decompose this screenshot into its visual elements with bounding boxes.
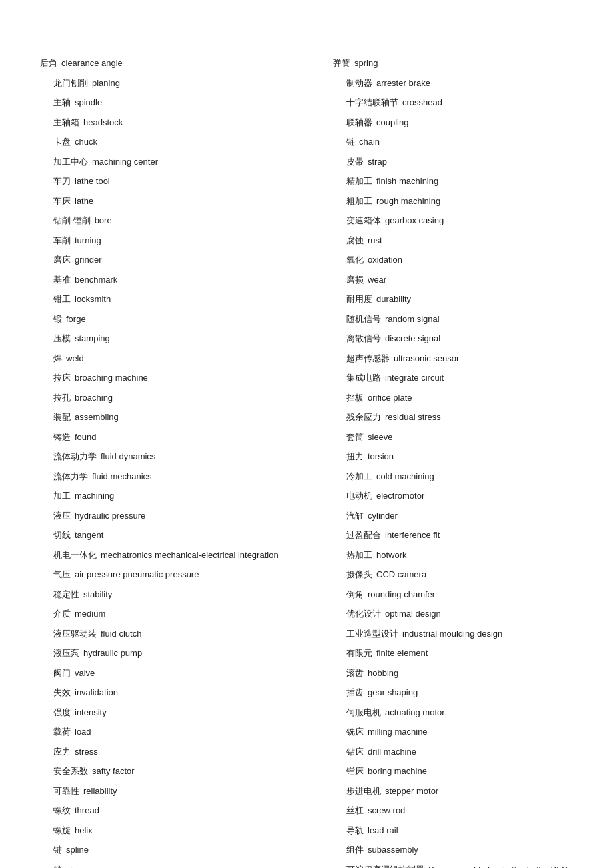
item-zh: 可靠性 [53, 785, 79, 798]
item-zh: 步进电机 [346, 785, 381, 798]
item-zh: 铸造 [53, 431, 71, 444]
item-en: helix [75, 824, 93, 837]
item-en: valve [75, 667, 95, 680]
list-item: 车削turning [53, 231, 280, 251]
list-item: 皮带strap [346, 152, 573, 172]
list-item: 龙门刨削planing [53, 73, 280, 93]
item-zh: 键 [53, 843, 62, 857]
item-zh: 氧化 [346, 253, 364, 267]
item-zh: 安全系数 [53, 765, 88, 778]
item-zh: 丝杠 [346, 804, 364, 817]
list-item: 滚齿hobbing [346, 663, 573, 683]
item-zh: 离散信号 [346, 332, 381, 345]
list-item: 组件subassembly [346, 840, 573, 860]
item-en: lead rail [368, 824, 398, 837]
item-zh: 基准 [53, 273, 71, 287]
list-item: 安全系数safty factor [53, 761, 280, 781]
item-zh: 伺服电机 [346, 706, 381, 719]
item-zh: 机电一体化 [53, 549, 97, 562]
list-item: 阀门valve [53, 663, 280, 683]
item-zh: 装配 [53, 411, 71, 424]
list-item: 机电一体化mechatronics mechanical-electrical … [53, 545, 280, 565]
item-en: stepper motor [385, 785, 438, 798]
item-en: sleeve [368, 431, 393, 444]
list-item: 插齿gear shaping [346, 683, 573, 703]
list-item: 十字结联轴节crosshead [346, 93, 573, 113]
list-item: 切线tangent [53, 525, 280, 545]
item-zh: 钻床 [346, 745, 364, 759]
list-item: 精加工finish machining [346, 171, 573, 191]
item-zh: 组件 [346, 843, 364, 857]
item-zh: 优化设计 [346, 607, 381, 621]
item-en: intensity [75, 706, 107, 719]
list-item: 液压驱动装fluid clutch [53, 624, 280, 644]
item-zh: 变速箱体 [346, 214, 381, 227]
item-zh: 扭力 [346, 450, 364, 463]
item-en: gearbox casing [385, 214, 444, 227]
list-item: 套筒sleeve [346, 427, 573, 447]
item-en: electromotor [376, 489, 424, 503]
item-zh: 集成电路 [346, 371, 381, 385]
item-zh: 磨损 [346, 273, 364, 287]
list-item: 伺服电机actuating motor [346, 703, 573, 723]
item-en: optimal design [385, 607, 441, 621]
item-zh: 锻 [53, 313, 62, 326]
list-item: 焊weld [53, 349, 280, 369]
item-en: lathe [75, 195, 93, 208]
item-en: fluid clutch [101, 627, 141, 641]
right-column: 弹簧spring制动器arrester brake十字结联轴节crosshead… [306, 53, 573, 868]
item-zh: 钻削 镗削 [53, 214, 91, 227]
item-en: cold machining [376, 470, 434, 483]
item-zh: 制动器 [346, 77, 372, 90]
item-en: planing [92, 77, 120, 90]
list-item: 丝杠screw rod [346, 801, 573, 821]
list-item: 强度intensity [53, 703, 280, 723]
item-zh: 切线 [53, 529, 71, 542]
item-en: rust [368, 234, 382, 247]
item-en: finish machining [376, 175, 438, 188]
item-en: clearance angle [61, 57, 123, 70]
item-zh: 粗加工 [346, 195, 372, 208]
item-en: lathe tool [75, 175, 110, 188]
list-item: 失效invalidation [53, 683, 280, 703]
item-zh: 腐蚀 [346, 234, 364, 247]
list-item: 基准benchmark [53, 270, 280, 290]
list-item: 粗加工rough machining [346, 191, 573, 211]
item-en: stress [75, 745, 98, 759]
item-en: residual stress [385, 411, 441, 424]
item-en: oxidation [368, 253, 402, 267]
item-zh: 气压 [53, 568, 71, 581]
item-en: wear [368, 273, 386, 287]
list-item: 介质medium [53, 604, 280, 624]
list-item: 超声传感器ultrasonic sensor [346, 349, 573, 369]
list-item: 拉孔broaching [53, 388, 280, 408]
item-en: hydraulic pump [83, 647, 142, 660]
item-zh: 液压 [53, 509, 71, 523]
item-en: coupling [376, 116, 408, 129]
list-item: 热加工hotwork [346, 545, 573, 565]
item-zh: 液压驱动装 [53, 627, 97, 641]
item-zh: 螺纹 [53, 804, 71, 817]
item-zh: 挡板 [346, 391, 364, 405]
item-zh: 失效 [53, 686, 71, 699]
item-en: industrial moulding design [402, 627, 502, 641]
item-en: Programmable Logic Controller PLC [428, 863, 568, 869]
item-zh: 主轴箱 [53, 116, 79, 129]
item-zh: 超声传感器 [346, 352, 390, 365]
item-en: broaching machine [75, 371, 148, 385]
item-en: machining [75, 489, 114, 503]
item-en: torsion [368, 450, 394, 463]
item-en: fluid mechanics [92, 470, 152, 483]
item-en: arrester brake [376, 77, 430, 90]
list-item: 有限元finite element [346, 643, 573, 663]
item-zh: 后角 [40, 57, 57, 70]
item-zh: 可编程序逻辑控制器 [346, 863, 424, 869]
item-zh: 主轴 [53, 96, 71, 109]
list-item: 压模stamping [53, 329, 280, 349]
item-zh: 插齿 [346, 686, 364, 699]
list-item: 螺旋helix [53, 821, 280, 841]
item-en: invalidation [75, 686, 118, 699]
item-zh: 套筒 [346, 431, 364, 444]
item-en: gear shaping [368, 686, 418, 699]
list-item: 可编程序逻辑控制器Programmable Logic Controller P… [346, 860, 573, 869]
